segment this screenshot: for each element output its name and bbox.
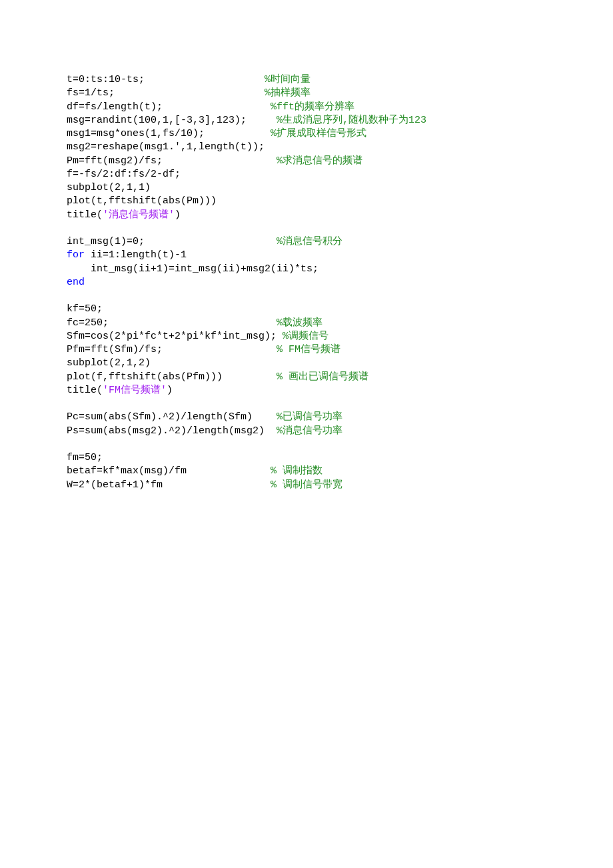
code-line: for ii=1:length(t)-1: [67, 249, 546, 262]
code-segment: Pm=fft(msg2)/fs;: [67, 155, 277, 167]
code-segment: %生成消息序列,随机数种子为123: [277, 115, 426, 126]
code-segment: int_msg(1)=0;: [67, 236, 277, 247]
code-segment: fm=50;: [67, 452, 103, 463]
code-segment: msg=randint(100,1,[-3,3],123);: [67, 115, 277, 126]
code-line: f=-fs/2:df:fs/2-df;: [67, 168, 546, 181]
code-line: subplot(2,1,2): [67, 357, 546, 370]
code-segment: '消息信号频谱': [103, 209, 175, 221]
code-segment: 'FM信号频谱': [103, 385, 167, 396]
code-segment: Pfm=fft(Sfm)/fs;: [67, 344, 277, 355]
code-segment: %抽样频率: [265, 87, 310, 99]
code-line: int_msg(1)=0; %消息信号积分: [67, 235, 546, 249]
code-segment: msg2=reshape(msg1.',1,length(t));: [67, 141, 265, 153]
code-segment: end: [67, 277, 85, 288]
code-segment: %时间向量: [265, 74, 310, 85]
code-line: msg=randint(100,1,[-3,3],123); %生成消息序列,随…: [67, 114, 546, 127]
code-segment: %已调信号功率: [277, 411, 342, 423]
code-segment: subplot(2,1,2): [67, 357, 151, 369]
code-segment: Sfm=cos(2*pi*fc*t+2*pi*kf*int_msg);: [67, 331, 283, 342]
code-line: [67, 397, 546, 411]
code-line: W=2*(betaf+1)*fm % 调制信号带宽: [67, 479, 546, 492]
code-segment: Pc=sum(abs(Sfm).^2)/length(Sfm): [67, 411, 277, 423]
code-segment: %扩展成取样信号形式: [271, 128, 366, 139]
code-document: t=0:ts:10-ts; %时间向量fs=1/ts; %抽样频率df=fs/l…: [0, 0, 613, 565]
code-line: [67, 222, 546, 235]
code-line: end: [67, 276, 546, 289]
code-line: [67, 289, 546, 303]
code-segment: % 调制信号带宽: [271, 479, 342, 491]
code-segment: title(: [67, 209, 103, 221]
code-line: title('FM信号频谱'): [67, 384, 546, 397]
code-line: df=fs/length(t); %fft的频率分辨率: [67, 101, 546, 114]
code-line: kf=50;: [67, 303, 546, 316]
code-segment: t=0:ts:10-ts;: [67, 74, 265, 85]
code-segment: %消息信号功率: [277, 425, 342, 437]
code-line: Ps=sum(abs(msg2).^2)/length(msg2) %消息信号功…: [67, 425, 546, 438]
code-line: Sfm=cos(2*pi*fc*t+2*pi*kf*int_msg); %调频信…: [67, 330, 546, 343]
code-segment: %fft的频率分辨率: [271, 101, 354, 113]
code-segment: %载波频率: [277, 317, 322, 329]
code-line: fm=50;: [67, 451, 546, 465]
code-segment: ): [167, 385, 173, 396]
code-segment: fs=1/ts;: [67, 87, 265, 99]
code-segment: ii=1:length(t)-1: [91, 249, 187, 261]
code-line: [67, 438, 546, 451]
code-segment: %求消息信号的频谱: [277, 155, 362, 167]
code-line: title('消息信号频谱'): [67, 209, 546, 222]
code-segment: kf=50;: [67, 303, 103, 315]
code-line: plot(f,fftshift(abs(Pfm))) % 画出已调信号频谱: [67, 371, 546, 384]
code-line: msg2=reshape(msg1.',1,length(t));: [67, 141, 546, 154]
code-segment: W=2*(betaf+1)*fm: [67, 479, 271, 491]
code-segment: fc=250;: [67, 317, 277, 329]
code-line: Pc=sum(abs(Sfm).^2)/length(Sfm) %已调信号功率: [67, 411, 546, 424]
code-segment: title(: [67, 385, 103, 396]
code-segment: f=-fs/2:df:fs/2-df;: [67, 169, 181, 180]
code-segment: % 调制指数: [271, 465, 322, 477]
code-line: Pm=fft(msg2)/fs; %求消息信号的频谱: [67, 155, 546, 168]
code-segment: df=fs/length(t);: [67, 101, 271, 113]
code-segment: for: [67, 249, 91, 261]
code-line: plot(t,fftshift(abs(Pm))): [67, 195, 546, 208]
code-segment: % FM信号频谱: [277, 344, 340, 355]
code-line: t=0:ts:10-ts; %时间向量: [67, 73, 546, 87]
code-segment: %消息信号积分: [277, 236, 342, 247]
code-segment: ): [175, 209, 181, 221]
code-line: msg1=msg*ones(1,fs/10); %扩展成取样信号形式: [67, 127, 546, 141]
code-line: fc=250; %载波频率: [67, 317, 546, 330]
code-segment: msg1=msg*ones(1,fs/10);: [67, 128, 271, 139]
code-segment: % 画出已调信号频谱: [277, 371, 368, 383]
code-segment: subplot(2,1,1): [67, 182, 151, 193]
code-line: betaf=kf*max(msg)/fm % 调制指数: [67, 465, 546, 478]
code-segment: plot(f,fftshift(abs(Pfm))): [67, 371, 277, 383]
code-segment: plot(t,fftshift(abs(Pm))): [67, 195, 217, 207]
code-line: Pfm=fft(Sfm)/fs; % FM信号频谱: [67, 343, 546, 357]
code-segment: %调频信号: [283, 331, 328, 342]
code-segment: betaf=kf*max(msg)/fm: [67, 465, 271, 477]
code-segment: Ps=sum(abs(msg2).^2)/length(msg2): [67, 425, 277, 437]
code-line: subplot(2,1,1): [67, 181, 546, 195]
code-line: int_msg(ii+1)=int_msg(ii)+msg2(ii)*ts;: [67, 263, 546, 276]
code-line: fs=1/ts; %抽样频率: [67, 87, 546, 100]
code-segment: int_msg(ii+1)=int_msg(ii)+msg2(ii)*ts;: [67, 263, 318, 275]
